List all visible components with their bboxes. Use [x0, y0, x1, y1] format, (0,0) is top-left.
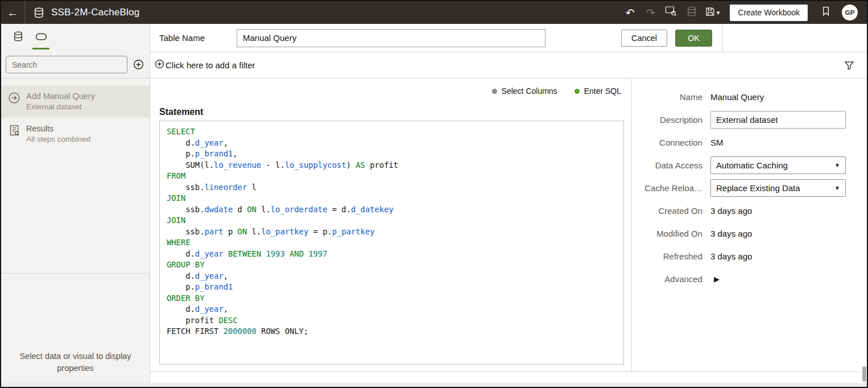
prop-value: Manual Query: [710, 92, 764, 102]
prop-label: Name: [632, 92, 702, 102]
prop-row-name: Name Manual Query: [632, 85, 868, 108]
prop-label: Cache Reloa…: [632, 183, 702, 193]
ok-button[interactable]: OK: [675, 30, 712, 47]
create-workbook-button[interactable]: Create Workbook: [730, 5, 808, 21]
step-inactive-dot-icon: [492, 89, 497, 94]
step-item-subtitle: External dataset: [26, 102, 95, 112]
data-access-select[interactable]: Automatic Caching ▼: [710, 156, 846, 174]
prop-label: Connection: [632, 138, 702, 147]
save-menu-caret-icon: ▾: [717, 9, 720, 16]
sql-code: SELECT d.d_year, p.p_brand1, SUM(l.lo_re…: [167, 126, 617, 337]
redo-button[interactable]: ↷: [640, 3, 661, 22]
step-label: Enter SQL: [584, 86, 621, 96]
dataset-database-icon: [687, 6, 697, 19]
loop-tab-icon: [35, 32, 47, 43]
step-select-columns[interactable]: Select Columns: [492, 86, 557, 96]
inspect-button[interactable]: [661, 3, 681, 22]
header-divider: [722, 24, 723, 52]
cancel-button[interactable]: Cancel: [621, 30, 667, 47]
select-value: Replace Existing Data: [716, 183, 834, 193]
prop-value: 3 days ago: [710, 229, 752, 238]
statement-heading: Statement: [159, 107, 203, 117]
properties-hint-text: Select data or visual to display propert…: [17, 350, 134, 374]
properties-list: Name Manual Query Description Connection…: [632, 79, 868, 290]
advanced-expander[interactable]: ▶: [714, 275, 720, 283]
bookmark-icon: [822, 6, 830, 19]
prop-label: Data Access: [632, 160, 702, 170]
prop-value: 3 days ago: [710, 251, 752, 261]
undo-button[interactable]: ↶: [620, 3, 640, 22]
step-active-dot-icon: [574, 89, 580, 94]
filter-bar: Click here to add a filter: [150, 52, 868, 79]
sql-editor[interactable]: SELECT d.d_year, p.p_brand1, SUM(l.lo_re…: [159, 121, 624, 365]
description-input[interactable]: [710, 111, 846, 129]
cache-reload-select[interactable]: Replace Existing Data ▼: [710, 179, 846, 197]
sql-pane: Select Columns Enter SQL Statement SELEC…: [150, 79, 631, 372]
redo-icon: ↷: [646, 6, 655, 19]
workbook-title: SSB-2M-CacheBlog: [51, 7, 139, 18]
tab-steps[interactable]: [30, 24, 52, 51]
step-item-text: Results All steps combined: [26, 123, 90, 145]
prop-row-description: Description: [632, 108, 868, 131]
select-value: Automatic Caching: [716, 160, 834, 170]
save-icon: [705, 7, 715, 19]
step-label: Select Columns: [502, 86, 557, 96]
prop-row-modified-on: Modified On 3 days ago: [632, 222, 868, 245]
prop-value: SM: [710, 138, 724, 147]
results-document-icon: [8, 124, 20, 137]
sidebar-tabs: [1, 24, 150, 51]
prop-row-connection: Connection SM: [632, 131, 868, 154]
search-input[interactable]: [6, 56, 127, 73]
prop-label: Refreshed: [632, 251, 702, 261]
avatar[interactable]: GP: [842, 5, 858, 20]
sidebar-search-row: [1, 51, 150, 79]
step-item-subtitle: All steps combined: [26, 134, 90, 145]
content-area: Select Columns Enter SQL Statement SELEC…: [150, 79, 868, 372]
prop-label: Modified On: [632, 229, 702, 238]
dataset-button[interactable]: [681, 3, 702, 22]
undo-icon: ↶: [626, 6, 635, 19]
save-button[interactable]: ▾: [702, 7, 724, 19]
chevron-down-icon: ▼: [834, 185, 840, 191]
prop-row-refreshed: Refreshed 3 days ago: [632, 245, 868, 267]
add-filter-plus-icon: [155, 59, 164, 71]
sidebar-item-add-manual-query[interactable]: Add Manual Query External dataset: [1, 85, 150, 118]
back-button[interactable]: ←: [1, 1, 25, 24]
table-name-bar: Table Name Cancel OK: [150, 24, 868, 52]
add-filter-label: Click here to add a filter: [166, 60, 255, 70]
sidebar-divider: [1, 273, 150, 274]
prop-row-created-on: Created On 3 days ago: [632, 199, 868, 222]
prop-row-data-access: Data Access Automatic Caching ▼: [632, 154, 868, 176]
horizontal-scrollbar[interactable]: [1, 383, 867, 387]
left-sidebar: Add Manual Query External dataset Result…: [1, 24, 150, 387]
expand-right-icon: ▶: [714, 275, 720, 283]
filter-funnel-button[interactable]: [844, 60, 854, 71]
step-item-text: Add Manual Query External dataset: [26, 90, 95, 112]
top-bar: ← SSB-2M-CacheBlog ↶ ↷: [1, 1, 867, 24]
prop-row-advanced: Advanced ▶: [632, 267, 868, 290]
sidebar-footer: Select data or visual to display propert…: [1, 350, 150, 374]
table-name-label: Table Name: [159, 33, 209, 43]
vertical-scrollbar-thumb[interactable]: [862, 366, 866, 382]
tab-data[interactable]: [7, 24, 30, 51]
inspect-icon: [665, 6, 677, 19]
bookmark-button[interactable]: [816, 3, 836, 22]
table-name-input[interactable]: [237, 29, 545, 47]
prop-label: Advanced: [632, 274, 702, 284]
step-enter-sql[interactable]: Enter SQL: [574, 86, 621, 96]
add-step-button[interactable]: [133, 59, 144, 70]
prop-label: Description: [632, 115, 702, 125]
chevron-down-icon: ▼: [834, 162, 840, 168]
database-tab-icon: [13, 31, 23, 44]
step-item-title: Results: [26, 123, 90, 134]
sidebar-step-list: Add Manual Query External dataset Result…: [1, 85, 150, 150]
prop-label: Created On: [632, 206, 702, 216]
arrow-circle-icon: [8, 92, 20, 104]
properties-panel: Name Manual Query Description Connection…: [631, 79, 868, 372]
back-arrow-icon: ←: [7, 6, 19, 19]
editor-steps: Select Columns Enter SQL: [492, 86, 621, 96]
database-icon: [34, 7, 44, 18]
add-filter-button[interactable]: Click here to add a filter: [155, 59, 255, 71]
sidebar-item-results[interactable]: Results All steps combined: [1, 118, 150, 150]
prop-row-cache-reload: Cache Reloa… Replace Existing Data ▼: [632, 176, 868, 199]
